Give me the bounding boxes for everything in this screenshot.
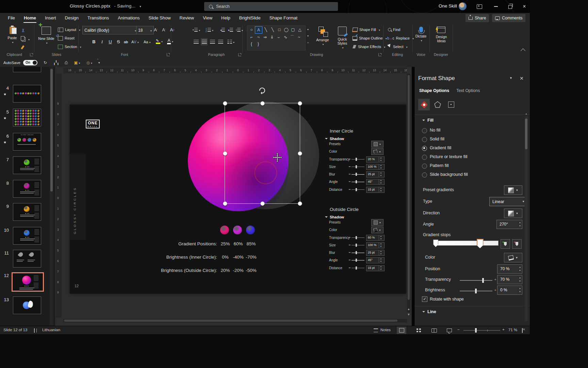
spinner-arrows[interactable]: ▲▼ [379,179,383,184]
thumbnail-slide-8[interactable] [13,180,41,198]
slideshow-button[interactable] [444,327,454,334]
position-spinner[interactable]: 70 %▲▼ [497,264,522,274]
ribbon-tab-review[interactable]: Review [175,13,199,23]
restore-button[interactable] [503,0,517,13]
spinner-arrows[interactable]: ▲▼ [379,171,383,177]
zoom-slider[interactable] [463,330,500,331]
slide[interactable]: ONE SKILL GLOSSY CIRCLES Inner CircleSha… [70,105,406,294]
ribbon-tab-help[interactable]: Help [217,13,235,23]
tab-shape-options[interactable]: Shape Options [419,88,449,93]
thumbnail-slide-5[interactable] [13,109,41,126]
direction-dropdown[interactable]: ▼ [504,209,522,218]
selection-handle[interactable] [260,201,265,206]
fill-radio-gradient-fill[interactable] [422,146,427,151]
shadow-slider[interactable] [352,237,364,238]
gallery-scroll-buttons[interactable]: ▴▾▿ [306,26,310,46]
brightness-slider[interactable] [460,291,492,291]
language-status[interactable]: Lithuanian [42,328,60,332]
line-section-header[interactable]: Line [422,309,436,314]
slide-sorter-button[interactable] [414,327,423,334]
selection-handle[interactable] [298,101,302,106]
underline-button[interactable]: U [107,38,114,45]
type-dropdown[interactable]: Linear▼ [489,197,528,206]
normal-view-button[interactable] [397,327,406,334]
shadow-section-header[interactable]: Shadow [325,215,383,219]
canvas-vertical-scrollbar[interactable] [407,74,410,312]
vertical-ruler[interactable]: 9876543210123456789 [56,74,62,318]
horizontal-ruler[interactable]: 1615141312111098765432101234567891011121… [63,67,407,73]
preset-gradients-dropdown[interactable]: ▼ [504,185,522,195]
minimize-button[interactable] [489,0,503,13]
brightness-spinner[interactable]: 0 %▲▼ [497,286,522,295]
effects-tab[interactable] [432,99,443,110]
align-center-button[interactable] [201,38,208,45]
thumbnail-slide-4[interactable] [13,85,41,103]
find-button[interactable]: Find [388,26,400,33]
gradient-stop-marker[interactable] [433,240,438,247]
replace-button[interactable]: b↔cReplace [387,34,414,42]
rotate-handle[interactable] [258,86,266,95]
transparency-slider[interactable] [460,280,492,281]
account-name[interactable]: One Skill [439,3,457,9]
shape-merge-button[interactable]: ◍ [86,60,93,65]
dialog-launcher-icon[interactable] [378,53,381,56]
remove-gradient-stop-button[interactable]: × [512,239,522,249]
numbering-button[interactable]: 12 [206,26,213,33]
ribbon-tab-brightslide[interactable]: BrightSlide [235,13,265,23]
color-dropdown[interactable]: ▼ [371,148,383,155]
bold-button[interactable]: B [91,38,97,45]
fill-line-tab[interactable] [418,99,430,110]
shadow-slider[interactable] [352,189,364,190]
stop-color-dropdown[interactable]: ▼ [504,253,522,262]
dialog-launcher-icon[interactable] [30,53,33,56]
thumbnail-slide-9[interactable] [13,203,41,221]
selection-box[interactable] [225,103,300,204]
fill-radio-pattern-fill[interactable] [422,164,427,169]
shadow-strike-button[interactable]: S [115,38,122,45]
dictate-button[interactable]: Dictate [412,25,430,51]
cut-button[interactable]: ✂ [21,27,25,34]
shadow-slider[interactable] [352,174,364,174]
ribbon-tab-transitions[interactable]: Transitions [83,13,113,23]
font-color-button[interactable]: A [167,37,174,45]
ribbon-tab-file[interactable]: File [3,13,19,23]
transparency-spinner[interactable]: 70 %▲▼ [497,275,522,284]
fill-radio-picture-or-texture-fill[interactable] [422,155,427,160]
color-dropdown[interactable]: ▼ [371,227,383,233]
selection-handle[interactable] [223,101,227,106]
select-button[interactable]: Select [388,43,408,50]
selection-handle[interactable] [223,201,227,206]
ribbon-tab-view[interactable]: View [198,13,217,23]
add-gradient-stop-button[interactable]: + [501,239,510,249]
document-title[interactable]: Glossy Circles.pptx - Saving... [70,3,141,9]
selection-handle[interactable] [260,101,265,106]
fill-section-header[interactable]: Fill [422,118,434,123]
presets-dropdown[interactable]: ▼ [371,219,383,226]
next-slide-button[interactable]: ▼ [407,313,410,316]
italic-button[interactable]: I [99,38,105,45]
gradient-stops-bar[interactable] [435,241,499,246]
shape-outline-button[interactable]: Shape Outline [353,34,387,42]
thumbnail-slide-12[interactable] [12,272,44,292]
spinner-arrows[interactable]: ▲▼ [379,156,383,162]
shadow-section-header[interactable]: Shadow [325,137,383,141]
selection-handle[interactable] [223,151,227,156]
fill-radio-no-fill[interactable] [422,128,427,133]
rotate-with-shape-checkbox[interactable]: ✓ [422,296,427,302]
format-painter-button[interactable] [22,44,23,51]
notes-toggle[interactable]: Notes [380,328,391,332]
color-model-button[interactable]: ▣ [74,60,80,65]
ribbon-tab-insert[interactable]: Insert [40,13,61,23]
canvas-horizontal-scrollbar[interactable] [63,319,407,322]
search-input[interactable]: Search [204,2,338,11]
shadow-slider[interactable] [352,159,364,159]
zoom-in-button[interactable]: + [502,327,505,332]
comments-button[interactable]: Comments [492,14,525,22]
clear-formatting-button[interactable]: A◊ [169,26,176,33]
layout-button[interactable]: Layout [58,26,80,33]
angle-spinner[interactable]: 270°▲▼ [496,220,522,229]
spinner-arrows[interactable]: ▲▼ [379,164,383,169]
previous-slide-button[interactable]: ▲ [407,307,410,311]
selection-handle[interactable] [298,151,302,156]
customize-qat-button[interactable]: ▾‾ [98,61,101,64]
